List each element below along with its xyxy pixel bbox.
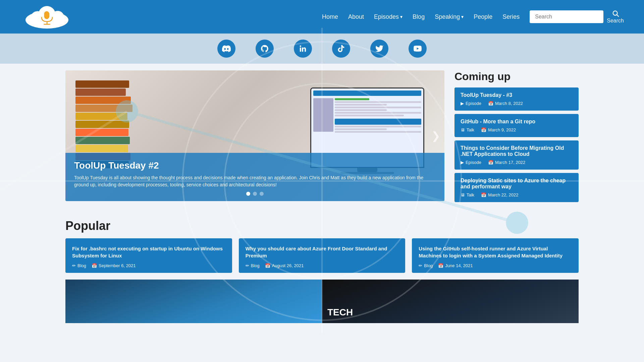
bottom-images: Tech xyxy=(0,280,644,323)
bottom-image-1[interactable] xyxy=(65,280,322,323)
